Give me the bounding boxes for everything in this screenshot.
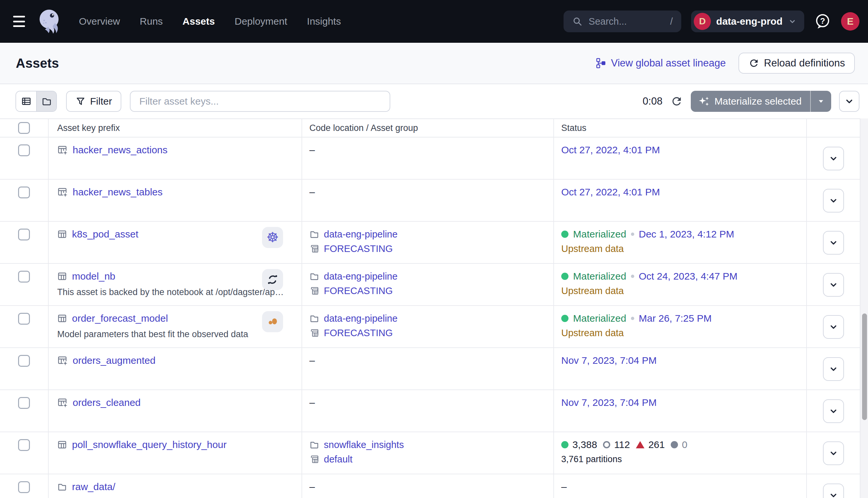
status-date-link[interactable]: Mar 26, 7:25 PM xyxy=(639,313,712,324)
row-checkbox[interactable] xyxy=(18,144,30,156)
vertical-scrollbar[interactable] xyxy=(860,118,868,498)
chevron-down-icon xyxy=(829,490,838,498)
asset-link[interactable]: k8s_pod_asset xyxy=(72,228,138,240)
status-date-link[interactable]: Dec 1, 2023, 4:12 PM xyxy=(639,228,734,240)
asset-link[interactable]: orders_augmented xyxy=(73,355,156,366)
notebook-icon xyxy=(267,274,279,286)
asset-link[interactable]: hacker_news_tables xyxy=(73,186,163,198)
asset-group-link[interactable]: FORECASTING xyxy=(324,328,392,339)
status-date-link[interactable]: Nov 7, 2023, 7:04 PM xyxy=(561,397,657,408)
expand-row-button[interactable] xyxy=(823,315,844,339)
expand-row-button[interactable] xyxy=(823,147,844,170)
nav-runs[interactable]: Runs xyxy=(140,16,163,27)
asset-link[interactable]: hacker_news_actions xyxy=(73,144,168,156)
expand-row-button[interactable] xyxy=(823,273,844,297)
status-date-link[interactable]: Oct 27, 2022, 4:01 PM xyxy=(561,186,660,198)
filter-button[interactable]: Filter xyxy=(66,91,121,112)
select-all-checkbox[interactable] xyxy=(18,122,30,134)
code-location-link[interactable]: data-eng-pipeline xyxy=(324,229,398,240)
menu-button[interactable] xyxy=(13,16,28,27)
view-global-asset-lineage-link[interactable]: View global asset lineage xyxy=(595,57,726,69)
global-search-input[interactable]: Search... / xyxy=(563,11,681,32)
row-checkbox[interactable] xyxy=(18,228,30,240)
chevron-down-icon xyxy=(829,364,838,374)
expand-row-button[interactable] xyxy=(823,442,844,465)
asset-link[interactable]: model_nb xyxy=(72,271,116,282)
asset-group-link[interactable]: FORECASTING xyxy=(324,286,392,296)
expand-row-button[interactable] xyxy=(823,484,844,498)
asset-link[interactable]: orders_cleaned xyxy=(73,397,141,408)
row-checkbox[interactable] xyxy=(18,271,30,283)
sparkles-icon xyxy=(698,95,710,107)
refresh-icon xyxy=(748,57,760,69)
row-checkbox[interactable] xyxy=(18,397,30,409)
column-header-asset-key-prefix: Asset key prefix xyxy=(49,119,302,137)
materialize-options-caret[interactable] xyxy=(810,91,831,112)
page-title: Assets xyxy=(16,56,59,71)
separator-dot xyxy=(631,317,634,320)
page-header: Assets View global asset lineage Relo xyxy=(0,43,868,84)
chevron-down-icon xyxy=(844,96,855,107)
expand-row-button[interactable] xyxy=(823,357,844,381)
flat-list-view-button[interactable] xyxy=(16,91,36,111)
code-location-link[interactable]: data-eng-pipeline xyxy=(324,313,398,324)
asset-folder-link[interactable]: raw_data/ xyxy=(72,481,116,493)
row-checkbox[interactable] xyxy=(18,186,30,198)
nav-assets[interactable]: Assets xyxy=(183,16,215,27)
asset-description: This asset is backed by the notebook at … xyxy=(57,286,288,299)
refresh-button[interactable] xyxy=(670,95,683,107)
partitions-summary: 3,761 partitions xyxy=(561,452,806,467)
user-avatar[interactable]: E xyxy=(841,12,859,30)
row-checkbox[interactable] xyxy=(18,355,30,367)
asset-group-icon xyxy=(309,454,319,464)
code-location-link[interactable]: data-eng-pipeline xyxy=(324,271,398,282)
list-view-icon xyxy=(21,96,31,107)
expand-row-button[interactable] xyxy=(823,231,844,254)
row-checkbox[interactable] xyxy=(18,439,30,451)
missing-count-ring-icon xyxy=(603,441,610,448)
row-checkbox[interactable] xyxy=(18,313,30,325)
asset-link[interactable]: order_forecast_model xyxy=(72,313,168,324)
svg-text:?: ? xyxy=(820,16,825,25)
table-sparkle-icon xyxy=(57,355,68,366)
partition-status-counts: 3,388 112 261 0 xyxy=(561,437,806,452)
asset-group-link[interactable]: FORECASTING xyxy=(324,244,392,254)
filter-button-label: Filter xyxy=(90,96,112,107)
primary-nav: Overview Runs Assets Deployment Insights xyxy=(79,16,341,27)
materialize-selected-button[interactable]: Materialize selected xyxy=(691,91,831,112)
status-empty: – xyxy=(561,480,567,494)
location-empty: – xyxy=(309,144,315,155)
expand-row-button[interactable] xyxy=(823,189,844,212)
scrollbar-thumb[interactable] xyxy=(862,313,867,420)
status-date-link[interactable]: Nov 7, 2023, 7:04 PM xyxy=(561,355,657,366)
table-row: hacker_news_actions – Oct 27, 2022, 4:01… xyxy=(0,137,860,180)
folder-view-icon xyxy=(41,96,52,107)
expand-collapse-all-button[interactable] xyxy=(839,91,859,112)
row-checkbox[interactable] xyxy=(18,481,30,493)
code-location-link[interactable]: snowflake_insights xyxy=(324,440,404,450)
dagster-logo[interactable] xyxy=(36,7,65,36)
kubernetes-icon: ☸ xyxy=(266,231,279,245)
help-button[interactable]: ? xyxy=(814,13,831,30)
nav-insights[interactable]: Insights xyxy=(307,16,341,27)
asset-group-icon xyxy=(309,328,319,338)
folder-view-button[interactable] xyxy=(36,91,56,111)
other-count: 0 xyxy=(682,439,687,450)
asset-group-link[interactable]: default xyxy=(324,454,352,465)
nav-deployment[interactable]: Deployment xyxy=(235,16,287,27)
chevron-down-icon xyxy=(829,406,838,416)
reload-definitions-button[interactable]: Reload definitions xyxy=(738,53,855,74)
lineage-icon xyxy=(595,57,606,69)
expand-row-button[interactable] xyxy=(823,399,844,423)
status-date-link[interactable]: Oct 27, 2022, 4:01 PM xyxy=(561,144,660,156)
workspace-name: data-eng-prod xyxy=(716,16,783,27)
help-icon: ? xyxy=(814,13,831,30)
missing-count: 112 xyxy=(614,439,630,450)
filter-asset-keys-input[interactable] xyxy=(130,91,390,112)
status-date-link[interactable]: Oct 24, 2023, 4:47 PM xyxy=(639,271,737,282)
asset-link[interactable]: poll_snowflake_query_history_hour xyxy=(72,439,227,450)
workspace-switcher[interactable]: D data-eng-prod xyxy=(691,11,804,32)
table-row: orders_augmented – Nov 7, 2023, 7:04 PM xyxy=(0,348,860,390)
folder-icon xyxy=(309,313,319,323)
nav-overview[interactable]: Overview xyxy=(79,16,120,27)
